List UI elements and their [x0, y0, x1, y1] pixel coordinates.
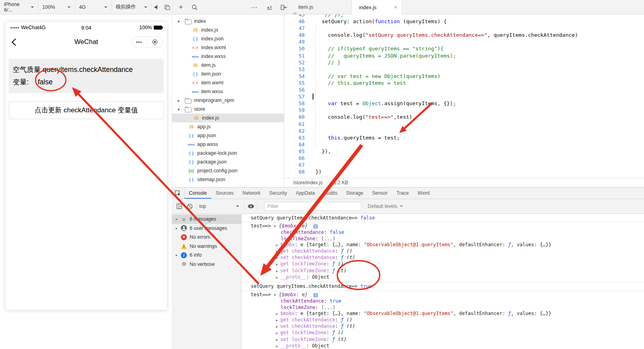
chevron-right-icon[interactable]: ▸: [174, 217, 179, 221]
expand-triangle-icon[interactable]: ▶: [276, 338, 280, 342]
add-file-icon[interactable]: +: [176, 0, 186, 14]
outline-icon[interactable]: [264, 0, 275, 14]
devtools-tab-audits[interactable]: Audits: [319, 187, 342, 199]
devtools-tab-trace[interactable]: Trace: [392, 187, 413, 199]
file-name: store: [194, 106, 205, 112]
rotate-window-icon[interactable]: [162, 0, 172, 14]
tree-item-miniprogram_npm[interactable]: ▸miniprogram_npm: [172, 96, 284, 105]
devtools-tab-appdata[interactable]: AppData: [291, 187, 319, 199]
tree-item-package.json[interactable]: { }package.json: [172, 158, 284, 166]
inspect-element-icon[interactable]: [172, 187, 184, 199]
devtools-tab-storage[interactable]: Storage: [342, 187, 368, 199]
chevron-down-icon[interactable]: ▾: [178, 107, 183, 112]
sidebar-toggle-icon[interactable]: [174, 203, 184, 209]
expand-triangle-icon[interactable]: ▶: [276, 318, 280, 322]
editor-tab-index-js[interactable]: index.js ×: [351, 0, 402, 14]
expand-triangle-icon[interactable]: ▶: [276, 262, 280, 266]
eye-icon[interactable]: [246, 204, 256, 209]
chevron-right-icon[interactable]: ▸: [174, 253, 179, 257]
expand-triangle-icon[interactable]: ▶: [276, 249, 280, 253]
tree-item-app.wxss[interactable]: wxssapp.wxss: [172, 140, 284, 149]
tree-item-app.json[interactable]: { }app.json: [172, 131, 284, 140]
expand-triangle-icon[interactable]: ▶: [276, 312, 280, 316]
zoom-select[interactable]: 100%: [38, 0, 75, 14]
mute-speaker-icon[interactable]: [152, 0, 162, 14]
console-filter-No-warnings[interactable]: !No warnings: [172, 242, 241, 251]
tree-item-item.wxss[interactable]: wxssitem.wxss: [172, 87, 284, 96]
devtools-tab-security[interactable]: Security: [265, 187, 291, 199]
verbose-icon: ⚙: [181, 261, 187, 267]
expand-triangle-icon[interactable]: ▶: [276, 325, 280, 329]
devtools-tab-wxml[interactable]: Wxml: [413, 187, 434, 199]
wxss-file-icon: wxss: [190, 55, 200, 58]
file-name: index.js: [201, 27, 218, 33]
tree-item-item.json[interactable]: { }item.json: [172, 70, 284, 78]
collapse-panel-icon[interactable]: [279, 0, 289, 14]
update-checkattendance-button[interactable]: 点击更新 checkAttendance 变量值: [9, 101, 164, 119]
file-name: app.json: [197, 133, 216, 138]
network-select[interactable]: 4G: [75, 0, 112, 14]
console-filter-No-errors[interactable]: ✕No errors: [172, 233, 241, 242]
more-menu-button[interactable]: •••: [131, 37, 147, 47]
context-select[interactable]: top: [199, 203, 239, 209]
expand-triangle-icon[interactable]: ▶: [276, 344, 280, 348]
log-levels-select[interactable]: Default levels: [368, 203, 403, 209]
filter-input[interactable]: [264, 202, 361, 211]
expand-triangle-icon[interactable]: ▶: [276, 275, 280, 279]
console-filter-6-user-messages[interactable]: ▸6 user messages: [172, 224, 241, 233]
wxss-file-icon: wxss: [190, 90, 200, 93]
tree-item-item.wxml[interactable]: < >item.wxml: [172, 78, 284, 87]
tree-item-index.wxss[interactable]: wxssindex.wxss: [172, 52, 284, 61]
code-line: 56: [284, 86, 644, 93]
exit-miniprogram-button[interactable]: [147, 37, 163, 47]
console-message: ▶ get checkAttendance: ƒ (): [242, 317, 644, 323]
search-icon[interactable]: [189, 0, 200, 14]
console-filter-No-verbose[interactable]: ⚙No verbose: [172, 260, 241, 269]
tree-item-index[interactable]: ▾index: [172, 17, 284, 26]
tree-item-item.js[interactable]: JSitem.js: [172, 61, 284, 70]
tree-item-index.wxml[interactable]: < >index.wxml: [172, 43, 284, 52]
line-number: 53: [284, 66, 305, 73]
tree-item-package-lock.json[interactable]: { }package-lock.json: [172, 149, 284, 158]
tree-item-sitemap.json[interactable]: { }sitemap.json: [172, 175, 284, 184]
expand-triangle-icon[interactable]: ▶: [276, 269, 280, 273]
tree-item-project.config.json[interactable]: {o}project.config.json: [172, 166, 284, 175]
console-filter-6-info[interactable]: ▸i6 info: [172, 251, 241, 260]
device-select[interactable]: iPhone 6/...: [0, 0, 38, 14]
devtools-tab-sensor[interactable]: Sensor: [368, 187, 392, 199]
devtools-tab-sources[interactable]: Sources: [211, 187, 238, 199]
console-message: ▶ set checkAttendance: ƒ (t): [242, 323, 644, 330]
clear-console-icon[interactable]: [184, 203, 195, 209]
editor-tab-item-js[interactable]: item.js: [289, 0, 349, 14]
chevron-right-icon[interactable]: ▸: [178, 98, 183, 103]
console-message: ▶ get checkAttendance: ƒ (): [242, 248, 644, 255]
sidebar-label: No warnings: [190, 243, 217, 249]
expand-triangle-icon[interactable]: ▶: [276, 256, 280, 260]
tree-item-index.js[interactable]: JSindex.js: [172, 26, 284, 34]
chevron-right-icon[interactable]: ▸: [174, 226, 179, 230]
tree-item-app.js[interactable]: JSapp.js: [172, 122, 284, 131]
close-tab-icon[interactable]: ×: [394, 4, 397, 10]
code-lines: 45 // }),46 setQuery: action(function (q…: [284, 14, 644, 175]
console-message: lockTimeZone: (...): [242, 236, 644, 242]
code-editor[interactable]: 45 // }),46 setQuery: action(function (q…: [284, 14, 644, 178]
tree-item-index.js[interactable]: JSindex.js: [172, 114, 284, 122]
tree-item-index.json[interactable]: { }index.json: [172, 34, 284, 43]
editor-status-bar: /store/index.js 1.2 KB: [284, 178, 644, 187]
console-filter-6-messages[interactable]: ▸≡6 messages: [172, 215, 241, 224]
more-options-icon[interactable]: ⋯: [249, 0, 260, 14]
phone-simulator: ••••• WeChat4G 9:04 100% WeChat ••• 空气: [6, 22, 167, 310]
tree-item-store[interactable]: ▾store: [172, 105, 284, 114]
console-filter-bar: top Default levels: [172, 199, 644, 214]
chevron-down-icon[interactable]: ▾: [178, 19, 183, 24]
chevron-down-icon: [400, 205, 403, 209]
line-number: 51: [284, 52, 305, 59]
expand-triangle-icon[interactable]: ▶: [276, 331, 280, 335]
simulate-select[interactable]: 模拟操作: [112, 0, 152, 14]
expand-triangle-icon[interactable]: ▶: [276, 243, 280, 247]
console-sidebar: ▸≡6 messages▸6 user messages✕No errors!N…: [172, 214, 242, 349]
console-message: checkAttendance: true: [242, 298, 644, 304]
line-number: 56: [284, 86, 305, 93]
devtools-tab-console[interactable]: Console: [184, 187, 211, 199]
devtools-tab-network[interactable]: Network: [238, 187, 265, 199]
